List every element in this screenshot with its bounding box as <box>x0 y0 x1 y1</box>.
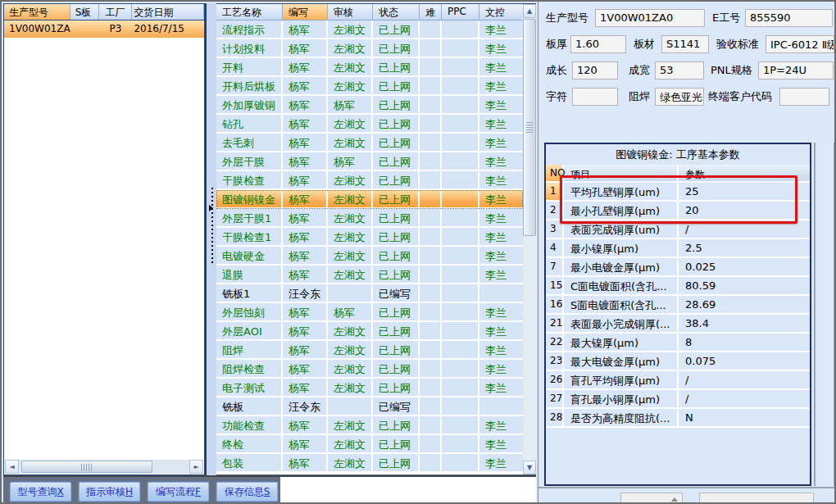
process-cell-7: 李兰 <box>479 435 523 452</box>
process-row[interactable]: 干膜检查杨军左湘文已上网李兰 <box>216 171 523 190</box>
scroll-right-arrow-icon[interactable]: ► <box>189 460 203 474</box>
param-row-item: 盲孔最小铜厚(μm) <box>564 390 679 407</box>
write-process-button[interactable]: 编写流程F <box>147 481 210 502</box>
detail-panel: 生产型号 1V00W01ZA0 E工号 855590 板厚 1.60 板材 S1… <box>538 2 836 504</box>
process-row[interactable]: 铣板汪令东已编写 <box>216 397 523 416</box>
process-cell-3: 左湘文 <box>328 39 373 57</box>
param-row[interactable]: 27盲孔最小铜厚(μm)/ <box>546 390 810 409</box>
process-col-header-3[interactable]: 审核 <box>328 4 373 20</box>
process-row[interactable]: 开料杨军左湘文已上网李兰 <box>216 58 523 77</box>
field-eid-value[interactable]: 855590 <box>745 9 833 27</box>
process-cell-3: 左湘文 <box>328 322 373 339</box>
process-cell-6 <box>442 397 479 415</box>
process-col-header-1[interactable]: 工艺名称 <box>216 4 283 20</box>
field-length-value[interactable]: 120 <box>572 61 618 79</box>
param-row[interactable]: 22最大镍厚(μm)8 <box>546 334 810 352</box>
process-row[interactable]: 开料后烘板杨军左湘文已上网李兰 <box>216 77 523 96</box>
process-cell-7: 李兰 <box>479 96 523 113</box>
process-row[interactable]: 钻孔杨军左湘文已上网李兰 <box>216 115 523 134</box>
process-row[interactable]: 电子测试杨军左湘文已上网李兰 <box>216 379 523 397</box>
process-col-header-4[interactable]: 状态 <box>373 4 420 20</box>
field-silkscreen-value[interactable] <box>572 88 618 106</box>
process-row[interactable]: 外层干膜1杨军左湘文已上网李兰 <box>216 209 523 228</box>
model-col-header-4[interactable]: 交货日期 <box>132 4 204 20</box>
param-row[interactable]: 16S面电镀面积(含孔...28.69 <box>546 296 810 315</box>
process-cell-4: 已上网 <box>373 247 420 264</box>
process-row[interactable]: 铣板1汪令东已编写 <box>216 284 523 303</box>
process-cell-2: 杨军 <box>283 96 328 113</box>
field-thickness-value[interactable]: 1.60 <box>570 35 626 53</box>
process-table-vscrollbar[interactable]: ▲ ▼ <box>523 4 536 474</box>
process-row[interactable]: 外层干膜杨军杨军已上网李兰 <box>216 152 523 171</box>
query-model-button[interactable]: 型号查询X <box>9 481 72 502</box>
model-row[interactable]: 1V00W01ZA0P32016/7/15 <box>4 20 204 38</box>
bottom-textbox[interactable] <box>699 493 814 504</box>
scroll-left-arrow-icon[interactable]: ◄ <box>5 460 19 474</box>
process-row[interactable]: 电镀硬金杨军左湘文已上网李兰 <box>216 247 523 266</box>
review-instruction-button[interactable]: 指示审核H <box>78 481 141 502</box>
process-cell-5 <box>420 284 442 302</box>
process-cell-4: 已上网 <box>373 341 420 358</box>
process-row[interactable]: 阻焊检查杨军左湘文已上网李兰 <box>216 360 523 379</box>
model-list-hscrollbar[interactable]: ◄ ► <box>5 460 203 474</box>
param-row[interactable]: 26盲孔平均铜厚(μm)/ <box>546 371 810 390</box>
process-col-header-2[interactable]: 编写 <box>283 4 328 20</box>
process-cell-2: 杨军 <box>283 228 328 245</box>
param-row-item: 最大电镀金厚(μm) <box>564 352 679 370</box>
process-col-header-5[interactable]: 难 <box>420 4 442 20</box>
process-col-header-6[interactable]: PPC <box>442 4 479 20</box>
process-row[interactable]: 外层AOI杨军左湘文已上网李兰 <box>216 322 523 341</box>
scrollbar-grip-icon <box>81 464 93 471</box>
field-standard-value[interactable]: IPC-6012 Ⅱ级 <box>766 35 834 53</box>
param-row[interactable]: 28是否为高精度阻抗(...N <box>546 409 810 428</box>
process-row[interactable]: 功能检查杨军左湘文已上网李兰 <box>216 416 523 435</box>
model-col-header-1[interactable]: 生产型号 <box>4 4 70 20</box>
process-cell-6 <box>442 322 479 339</box>
process-cell-5 <box>420 209 442 226</box>
param-row[interactable]: 23最大电镀金厚(μm)0.075 <box>546 352 810 371</box>
model-col-header-2[interactable]: S板 <box>70 4 99 20</box>
process-row[interactable]: 外加厚镀铜杨军杨军已上网李兰 <box>216 96 523 115</box>
process-cell-4: 已上网 <box>373 209 420 226</box>
scroll-down-arrow-icon[interactable]: ▼ <box>523 461 536 474</box>
process-cell-3 <box>328 397 373 415</box>
field-material-value[interactable]: S1141 <box>661 35 709 53</box>
process-cell-7: 李兰 <box>479 134 523 151</box>
process-row[interactable]: 图镀铜镍金杨军左湘文已上网李兰 <box>216 190 523 209</box>
param-row[interactable]: 4最小镍厚(μm)2.5 <box>546 239 810 258</box>
hscrollbar-thumb[interactable] <box>21 461 152 473</box>
process-cell-4: 已上网 <box>373 435 420 452</box>
process-cell-7: 李兰 <box>479 228 523 245</box>
field-width-value[interactable]: 53 <box>655 61 704 79</box>
model-col-header-3[interactable]: 工厂 <box>99 4 133 20</box>
process-row[interactable]: 终检杨军左湘文已上网李兰 <box>216 435 523 454</box>
field-pnl-value[interactable]: 1P=24U <box>758 61 834 79</box>
process-row[interactable]: 包装杨军左湘文已上网李兰 <box>216 454 523 473</box>
bottom-combobox[interactable] <box>620 493 683 504</box>
process-row[interactable]: 干膜检查1杨军左湘文已上网李兰 <box>216 228 523 247</box>
save-info-button[interactable]: 保存信息S <box>216 481 279 502</box>
process-row[interactable]: 流程指示杨军左湘文已上网李兰 <box>216 20 523 39</box>
process-cell-7: 李兰 <box>479 322 523 339</box>
param-row[interactable]: 15C面电镀面积(含孔...80.59 <box>546 277 810 296</box>
field-endcustomer-value[interactable] <box>779 88 829 106</box>
process-cell-1: 干膜检查 <box>216 171 283 188</box>
param-table-vscrollbar[interactable] <box>814 143 835 486</box>
process-col-header-7[interactable]: 文控 <box>479 4 523 20</box>
process-row[interactable]: 阻焊杨军左湘文已上网李兰 <box>216 341 523 360</box>
param-row-value: / <box>679 390 810 407</box>
process-row[interactable]: 退膜杨军左湘文已上网李兰 <box>216 266 523 284</box>
process-row[interactable]: 去毛刺杨军左湘文已上网李兰 <box>216 134 523 152</box>
process-cell-7: 李兰 <box>479 171 523 188</box>
field-soldermask-value[interactable]: 绿色亚光 <box>655 88 704 106</box>
param-row[interactable]: 7最小电镀金厚(μm)0.025 <box>546 258 810 277</box>
process-cell-6 <box>442 266 479 283</box>
panel-splitter[interactable] <box>205 3 216 475</box>
scroll-up-arrow-icon[interactable]: ▲ <box>523 4 536 18</box>
process-cell-7: 李兰 <box>479 77 523 94</box>
vscrollbar-thumb[interactable] <box>523 19 536 236</box>
process-row[interactable]: 外层蚀刻杨军杨军已上网李兰 <box>216 303 523 322</box>
process-row[interactable]: 计划投料杨军左湘文已上网李兰 <box>216 39 523 58</box>
field-model-value[interactable]: 1V00W01ZA0 <box>595 9 705 27</box>
param-row[interactable]: 21表面最小完成铜厚(...38.4 <box>546 315 810 334</box>
